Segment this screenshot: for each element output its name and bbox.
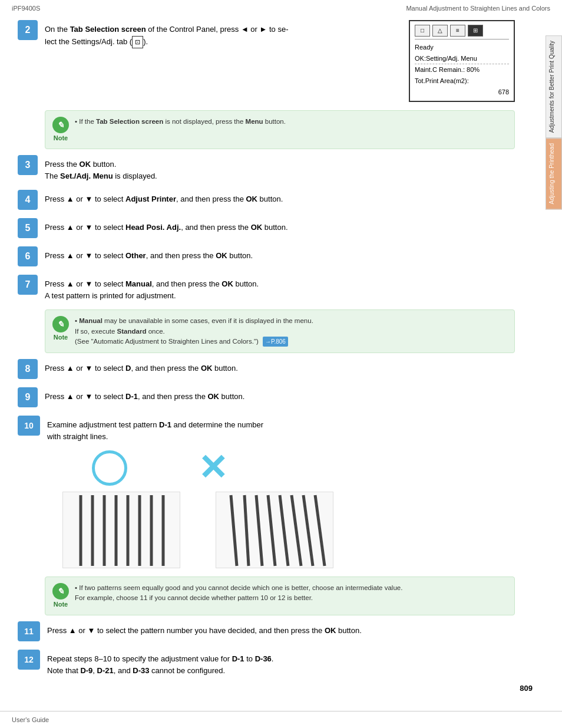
step-12-content: Repeat steps 8–10 to specify the adjustm… <box>47 650 515 676</box>
header-left: iPF9400S <box>12 5 40 12</box>
step-2-content: On the Tab Selection screen of the Contr… <box>45 20 396 48</box>
step-6-number: 6 <box>18 246 38 266</box>
step-4-number: 4 <box>18 190 38 210</box>
step-3-content: Press the OK button. The Set./Adj. Menu … <box>45 155 515 182</box>
step-6-content: Press ▲ or ▼ to select Other, and then p… <box>45 246 515 262</box>
step-11-row: 11 Press ▲ or ▼ to select the pattern nu… <box>18 621 515 641</box>
step-4-content: Press ▲ or ▼ to select Adjust Printer, a… <box>45 190 515 205</box>
symbols-row: ✕ <box>45 450 515 486</box>
step-9-content: Press ▲ or ▼ to select D-1, and then pre… <box>45 387 515 403</box>
note-3-label: Note <box>54 601 68 608</box>
step-8-row: 8 Press ▲ or ▼ to select D, and then pre… <box>18 359 515 379</box>
note-3-box: ✎ Note • If two patterns seem equally go… <box>45 577 515 615</box>
symbol-ok-circle <box>92 450 127 486</box>
note-2-icon: ✎ <box>52 316 69 332</box>
control-panel-display: □ △ ≡ ⊞ Ready OK:Setting/Adj. Menu Maint… <box>409 20 515 102</box>
cp-line-3: Maint.C Remain.: 80% <box>415 64 509 75</box>
cp-line-4: Tot.Print Area(m2): <box>415 75 509 87</box>
page-number: 809 <box>520 684 533 693</box>
note-2-text: • Manual may be unavailable in some case… <box>75 316 507 347</box>
cp-line-5: 678 <box>415 87 509 98</box>
step-5-row: 5 Press ▲ or ▼ to select Head Posi. Adj.… <box>18 218 515 238</box>
step-11-number: 11 <box>18 621 40 641</box>
symbol-ng-x: ✕ <box>198 450 227 486</box>
link-badge[interactable]: →P.806 <box>263 337 288 347</box>
step-11-content: Press ▲ or ▼ to select the pattern numbe… <box>47 621 515 637</box>
step-2-number: 2 <box>18 20 38 40</box>
settings-tab-icon: ⊡ <box>132 36 143 49</box>
cp-icon-2: △ <box>432 25 448 37</box>
note-1-box: ✎ Note • If the Tab Selection screen is … <box>45 110 515 149</box>
step-12-row: 12 Repeat steps 8–10 to specify the adju… <box>18 650 515 676</box>
step-6-row: 6 Press ▲ or ▼ to select Other, and then… <box>18 246 515 266</box>
step-3-number: 3 <box>18 155 38 175</box>
bad-pattern-svg <box>216 492 333 568</box>
note-1-text-area: • If the Tab Selection screen is not dis… <box>75 117 507 127</box>
note-3-text-area: • If two patterns seem equally good and … <box>75 583 507 604</box>
step-5-content: Press ▲ or ▼ to select Head Posi. Adj., … <box>45 218 515 233</box>
step-7-row: 7 Press ▲ or ▼ to select Manual, and the… <box>18 275 515 301</box>
main-content: 2 On the Tab Selection screen of the Con… <box>0 14 544 696</box>
step-2-row: 2 On the Tab Selection screen of the Con… <box>18 20 515 102</box>
note-3-icon: ✎ <box>52 583 69 599</box>
cp-line-1: Ready <box>415 42 509 53</box>
page-header: iPF9400S Manual Adjustment to Straighten… <box>0 0 562 14</box>
cp-icon-4: ⊞ <box>468 25 483 37</box>
patterns-row <box>45 492 515 568</box>
page-footer: User's Guide <box>0 711 562 728</box>
header-right: Manual Adjustment to Straighten Lines an… <box>406 5 550 12</box>
step-10-row: 10 Examine adjustment test pattern D-1 a… <box>18 416 515 442</box>
control-panel-box: □ △ ≡ ⊞ Ready OK:Setting/Adj. Menu Maint… <box>409 20 515 102</box>
note-1-text: • If the Tab Selection screen is not dis… <box>75 117 507 127</box>
cp-line-2: OK:Setting/Adj. Menu <box>415 53 509 64</box>
note-2-label: Note <box>54 334 68 341</box>
cp-icon-3: ≡ <box>450 25 465 37</box>
sidebar-tab-printhead[interactable]: Adjusting the Printhead <box>546 138 562 209</box>
right-sidebar: Adjustments for Better Print Quality Adj… <box>546 35 562 210</box>
step-9-row: 9 Press ▲ or ▼ to select D-1, and then p… <box>18 387 515 407</box>
step-8-number: 8 <box>18 359 38 379</box>
press-text: Press <box>47 626 67 635</box>
step-7-content: Press ▲ or ▼ to select Manual, and then … <box>45 275 515 301</box>
step-10-illustration: ✕ <box>45 450 515 568</box>
step-12-number: 12 <box>18 650 40 670</box>
step-9-number: 9 <box>18 387 38 407</box>
control-panel-text: Ready OK:Setting/Adj. Menu Maint.C Remai… <box>415 42 509 97</box>
note-2-text-area: • Manual may be unavailable in some case… <box>75 316 507 347</box>
page-container: iPF9400S Manual Adjustment to Straighten… <box>0 0 562 728</box>
footer-left: User's Guide <box>12 716 49 723</box>
sidebar-tab-adjustments[interactable]: Adjustments for Better Print Quality <box>546 35 562 138</box>
step-2-text: On the Tab Selection screen of the Contr… <box>45 20 396 48</box>
step-5-number: 5 <box>18 218 38 238</box>
control-panel-icons: □ △ ≡ ⊞ <box>415 25 509 39</box>
note-1-label: Note <box>54 134 68 141</box>
step-10-content: Examine adjustment test pattern D-1 and … <box>47 416 515 442</box>
good-pattern-svg <box>62 492 180 568</box>
cp-icon-1: □ <box>415 25 430 37</box>
note-2-box: ✎ Note • Manual may be unavailable in so… <box>45 309 515 353</box>
step-4-row: 4 Press ▲ or ▼ to select Adjust Printer,… <box>18 190 515 210</box>
step-8-content: Press ▲ or ▼ to select D, and then press… <box>45 359 515 374</box>
note-1-icon: ✎ <box>52 117 69 133</box>
step-3-row: 3 Press the OK button. The Set./Adj. Men… <box>18 155 515 182</box>
note-3-text: • If two patterns seem equally good and … <box>75 583 507 604</box>
step-10-number: 10 <box>18 416 40 436</box>
step-7-number: 7 <box>18 275 38 295</box>
